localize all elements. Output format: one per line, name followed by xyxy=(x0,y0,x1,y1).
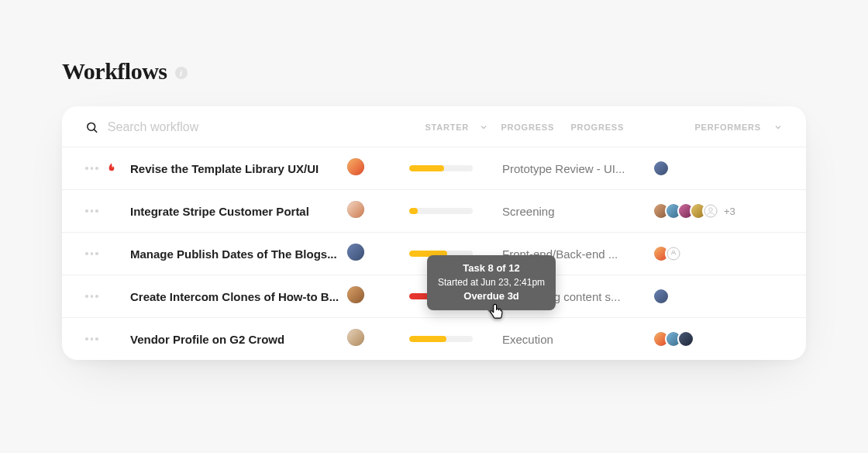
workflow-title[interactable]: Integrate Stripe Customer Portal xyxy=(130,205,347,218)
starter-avatar[interactable] xyxy=(347,244,409,264)
chevron-down-icon[interactable] xyxy=(761,123,783,132)
starter-avatar[interactable] xyxy=(347,158,409,178)
performer-avatar xyxy=(677,330,694,348)
svg-point-4 xyxy=(667,247,680,260)
pointer-cursor-icon xyxy=(486,301,506,323)
table-header: STARTER PROGRESS PROGRESS PERFORMERS xyxy=(62,106,806,147)
more-icon[interactable] xyxy=(85,252,105,255)
more-icon[interactable] xyxy=(85,167,105,170)
search-icon xyxy=(85,120,98,134)
more-icon[interactable] xyxy=(85,209,105,213)
avatar-placeholder-icon xyxy=(702,202,719,220)
svg-line-1 xyxy=(95,130,97,132)
progress-bar[interactable] xyxy=(409,165,502,171)
progress-bar[interactable] xyxy=(409,336,502,342)
col-progress-stage: PROGRESS xyxy=(570,123,694,132)
col-progress-bar: PROGRESS xyxy=(501,123,570,132)
tooltip-started: Started at Jun 23, 2:41pm xyxy=(438,276,545,289)
workflow-card: STARTER PROGRESS PROGRESS PERFORMERS Rev… xyxy=(62,106,806,360)
table-row[interactable]: Integrate Stripe Customer PortalScreenin… xyxy=(62,189,806,232)
starter-avatar[interactable] xyxy=(347,201,409,221)
search-input[interactable] xyxy=(108,120,425,134)
progress-bar[interactable] xyxy=(409,208,502,214)
performers[interactable] xyxy=(649,288,783,305)
table-row[interactable]: Vendor Profile on G2 CrowdExecution xyxy=(62,317,806,360)
col-performers[interactable]: PERFORMERS xyxy=(694,123,761,132)
starter-avatar[interactable] xyxy=(347,286,409,306)
table-row[interactable]: Revise the Template Library UX/UIPrototy… xyxy=(62,147,806,189)
avatar-placeholder-icon xyxy=(665,245,682,262)
more-icon[interactable] xyxy=(85,337,105,341)
performers[interactable] xyxy=(649,160,783,177)
progress-stage: Execution xyxy=(502,333,649,346)
performers[interactable] xyxy=(649,245,783,262)
more-icon[interactable] xyxy=(85,295,105,298)
workflow-title[interactable]: Create Intercom Clones of How-to B... xyxy=(130,290,347,303)
performers[interactable]: +3 xyxy=(649,202,783,220)
workflow-title[interactable]: Manage Publish Dates of The Blogs... xyxy=(130,247,347,261)
workflow-title[interactable]: Revise the Template Library UX/UI xyxy=(130,162,347,175)
performers-overflow[interactable]: +3 xyxy=(724,206,735,217)
performers[interactable] xyxy=(649,330,783,348)
starter-avatar[interactable] xyxy=(347,329,409,349)
workflow-title[interactable]: Vendor Profile on G2 Crowd xyxy=(130,333,347,346)
page-title: Workflows xyxy=(62,58,167,85)
progress-stage: Prototype Review - UI... xyxy=(502,162,649,175)
info-icon[interactable]: i xyxy=(175,67,188,79)
tooltip-task: Task 8 of 12 xyxy=(438,261,545,276)
performer-avatar xyxy=(653,160,670,177)
progress-stage: Screening xyxy=(502,205,649,218)
performer-avatar xyxy=(653,288,670,305)
chevron-down-icon[interactable] xyxy=(479,123,501,132)
col-starter[interactable]: STARTER xyxy=(425,123,479,132)
urgent-flame-icon xyxy=(105,161,118,175)
